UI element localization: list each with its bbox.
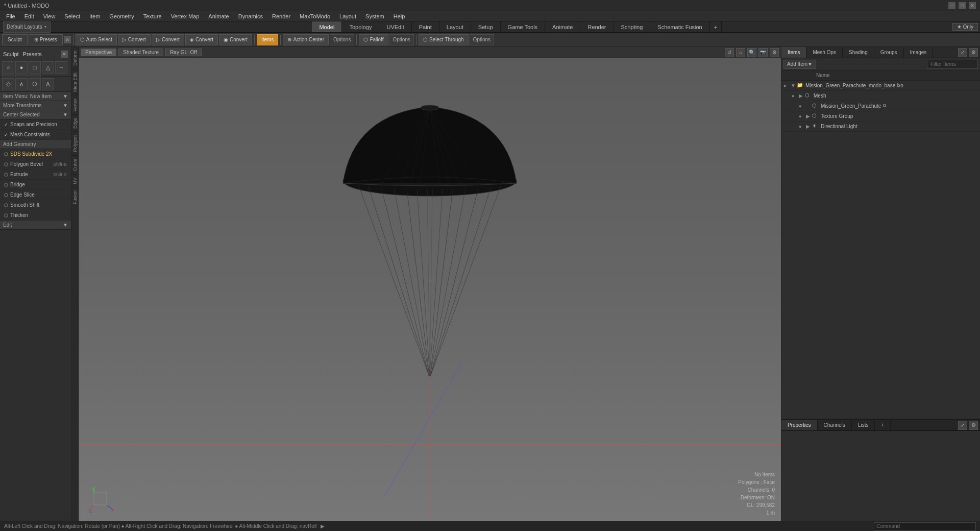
tree-item-parachute-mesh[interactable]: ● ⬡ Mission_Green_Parachute ⧉ <box>781 101 980 111</box>
prop-tab-lists[interactable]: Lists <box>852 420 875 430</box>
vp-tab-shaded[interactable]: Shaded Texture <box>118 49 163 56</box>
tab-render[interactable]: Render <box>580 21 614 32</box>
tool-circle-icon[interactable]: ○ <box>2 61 14 74</box>
sculpt-close-button[interactable]: ✕ <box>64 36 71 43</box>
prop-expand-icon[interactable]: ⤢ <box>958 421 967 430</box>
tree-item-root[interactable]: ● ▼ 📁 Mission_Green_Parachute_modo_base.… <box>781 81 980 91</box>
tab-game-tools[interactable]: Game Tools <box>501 21 546 32</box>
3d-viewport[interactable]: No Items Polygons : Face Channels: 0 Def… <box>79 58 781 521</box>
convert-button-1[interactable]: ▷ Convert <box>118 34 151 45</box>
sculpt-button[interactable]: Sculpt <box>2 34 28 45</box>
vp-tab-raygl[interactable]: Ray GL: Off <box>165 49 202 56</box>
menu-edit[interactable]: Edit <box>20 12 38 20</box>
bridge-item[interactable]: ⬡ Bridge <box>0 180 71 190</box>
tab-animate[interactable]: Animate <box>545 21 580 32</box>
tab-uvedit[interactable]: UVEdit <box>379 21 411 32</box>
viewport-camera-icon[interactable]: 📷 <box>758 48 768 57</box>
tab-items[interactable]: Items <box>781 47 806 58</box>
presets-button[interactable]: ⊞ Presets <box>29 34 63 45</box>
action-center-button[interactable]: ⊕ Action Center <box>283 34 329 45</box>
vp-tab-perspective[interactable]: Perspective <box>81 49 116 56</box>
tab-layout[interactable]: Layout <box>439 21 471 32</box>
menu-dynamics[interactable]: Dynamics <box>234 12 267 20</box>
menu-texture[interactable]: Texture <box>139 12 166 20</box>
menu-maxtomodo[interactable]: MaxToModo <box>296 12 334 20</box>
vert-label-deform[interactable]: Deform <box>71 47 78 69</box>
options-button-3[interactable]: Options <box>470 34 494 45</box>
menu-file[interactable]: File <box>2 12 19 20</box>
tab-scripting[interactable]: Scripting <box>614 21 651 32</box>
thicken-item[interactable]: ⬡ Thicken <box>0 210 71 221</box>
tab-model[interactable]: Model <box>312 21 342 32</box>
center-selected-header[interactable]: Center Selected ▼ <box>0 110 71 119</box>
layout-dropdown[interactable]: Default Layouts <box>3 21 51 33</box>
menu-system[interactable]: System <box>361 12 388 20</box>
options-button-1[interactable]: Options <box>330 34 354 45</box>
menu-item[interactable]: Item <box>85 12 104 20</box>
prop-settings-icon[interactable]: ⚙ <box>969 421 978 430</box>
tool-poly-icon[interactable]: ⬡ <box>29 78 41 90</box>
only-button[interactable]: ★ Only <box>952 23 978 31</box>
tab-setup[interactable]: Setup <box>471 21 501 32</box>
prop-tab-properties[interactable]: Properties <box>781 420 818 430</box>
tab-paint[interactable]: Paint <box>412 21 439 32</box>
vert-label-uv[interactable]: UV <box>71 174 78 187</box>
vert-label-fusion[interactable]: Fusion <box>71 187 78 207</box>
convert-button-4[interactable]: ◉ Convert <box>219 34 252 45</box>
vert-label-curve[interactable]: Curve <box>71 155 78 174</box>
edge-slice-item[interactable]: ⬡ Edge Slice <box>0 190 71 200</box>
tree-item-texture-group[interactable]: ● ▶ ⬡ Texture Group <box>781 111 980 122</box>
panel-expand-icon[interactable]: ⤢ <box>958 48 967 57</box>
tool-text-icon[interactable]: A <box>42 78 54 90</box>
menu-animate[interactable]: Animate <box>204 12 233 20</box>
tool-arrow-icon[interactable]: → <box>55 61 67 74</box>
item-menu-header[interactable]: Item Menu: New Item ▼ <box>0 92 71 101</box>
panel-settings-icon[interactable]: ⚙ <box>969 48 978 57</box>
tool-cone-icon[interactable]: △ <box>42 61 54 74</box>
viewport-zoom-icon[interactable]: 🔍 <box>747 48 756 57</box>
sds-subdivide-item[interactable]: ⬡ SDS Subdivide 2X <box>0 149 71 159</box>
tab-mesh-ops[interactable]: Mesh Ops <box>806 47 843 58</box>
viewport-reset-icon[interactable]: ↺ <box>725 48 734 57</box>
prop-tab-add[interactable]: + <box>875 420 891 430</box>
sidebar-close-button[interactable]: ✕ <box>61 51 68 58</box>
vert-label-edge[interactable]: Edge <box>71 114 78 132</box>
polygon-bevel-item[interactable]: ⬡ Polygon Bevel Shift-B <box>0 159 71 170</box>
smooth-shift-item[interactable]: ⬡ Smooth Shift <box>0 200 71 210</box>
viewport-settings-icon[interactable]: ⚙ <box>770 48 779 57</box>
maximize-button[interactable]: □ <box>959 2 966 9</box>
more-transforms-header[interactable]: More Transforms ▼ <box>0 101 71 110</box>
tool-cube-icon[interactable]: □ <box>29 61 41 74</box>
tab-add[interactable]: + <box>710 21 722 32</box>
tab-images[interactable]: Images <box>904 47 934 58</box>
tree-item-mesh-group[interactable]: ● ▶ ⬡ Mesh <box>781 91 980 101</box>
filter-items-input[interactable] <box>927 60 978 69</box>
tab-schematic-fusion[interactable]: Schematic Fusion <box>650 21 709 32</box>
falloff-button[interactable]: ⬡ Falloff <box>359 34 388 45</box>
convert-button-2[interactable]: ▷ Convert <box>152 34 184 45</box>
add-item-button[interactable]: Add Item ▼ <box>783 60 816 69</box>
menu-geometry[interactable]: Geometry <box>105 12 138 20</box>
command-input[interactable] <box>874 522 976 530</box>
tool-sphere-icon[interactable]: ● <box>15 61 28 74</box>
menu-view[interactable]: View <box>39 12 60 20</box>
tab-shading[interactable]: Shading <box>843 47 874 58</box>
options-button-2[interactable]: Options <box>389 34 414 45</box>
mesh-constraints-item[interactable]: ✓ Mesh Constraints <box>0 130 71 140</box>
close-button[interactable]: ✕ <box>969 2 976 9</box>
add-geometry-header[interactable]: Add Geometry <box>0 140 71 149</box>
viewport-home-icon[interactable]: ⌂ <box>736 48 745 57</box>
minimize-button[interactable]: ─ <box>948 2 955 9</box>
menu-render[interactable]: Render <box>268 12 295 20</box>
menu-vertex-map[interactable]: Vertex Map <box>167 12 204 20</box>
menu-help[interactable]: Help <box>389 12 409 20</box>
items-button[interactable]: Items <box>257 34 278 45</box>
tree-item-light[interactable]: ● ▶ ☀ Directional Light <box>781 122 980 132</box>
snaps-precision-item[interactable]: ✓ Snaps and Precision <box>0 119 71 130</box>
tool-edge-icon[interactable]: ∧ <box>15 78 28 90</box>
convert-button-3[interactable]: ◈ Convert <box>185 34 218 45</box>
tool-vertex-icon[interactable]: ◇ <box>2 78 14 90</box>
select-through-button[interactable]: ⬡ Select Through <box>419 34 469 45</box>
edit-header[interactable]: Edit ▼ <box>0 221 71 230</box>
vert-label-vertex[interactable]: Vertex <box>71 95 78 115</box>
